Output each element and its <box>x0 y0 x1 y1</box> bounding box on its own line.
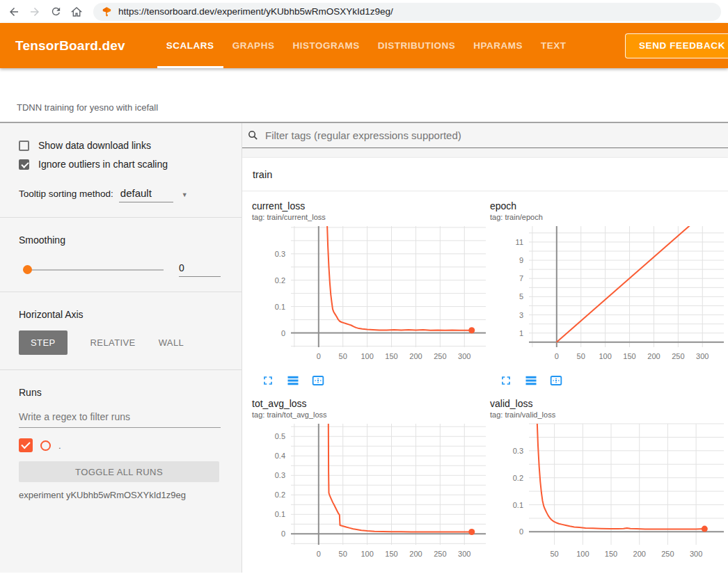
smoothing-label: Smoothing <box>19 234 221 246</box>
settings-sidebar: Show data download links Ignore outliers… <box>0 123 242 573</box>
chart-plot-valid_loss[interactable]: 5010015020025030000.10.20.3 <box>490 422 727 567</box>
chart-tag: tag: train/valid_loss <box>490 410 727 419</box>
tab-scalars[interactable]: SCALARS <box>157 23 223 68</box>
svg-text:0: 0 <box>317 550 321 558</box>
fit-domain-icon[interactable] <box>548 373 564 388</box>
tab-hparams[interactable]: HPARAMS <box>464 23 532 68</box>
tag-group-card: train current_losstag: train/current_los… <box>242 158 728 573</box>
fit-domain-icon[interactable] <box>310 571 326 573</box>
fullscreen-icon[interactable] <box>498 373 514 388</box>
experiment-id-label: experiment yKUbhb5wRmOSXYkId1z9eg <box>19 490 221 500</box>
reload-icon[interactable] <box>46 2 65 22</box>
home-icon[interactable] <box>67 2 86 22</box>
filter-tags-input[interactable]: Filter tags (regular expressions support… <box>265 129 461 141</box>
svg-text:11: 11 <box>516 238 523 246</box>
chart-actions <box>260 571 489 573</box>
tag-group-header[interactable]: train <box>242 158 728 191</box>
fullscreen-icon[interactable] <box>498 571 514 573</box>
search-icon <box>247 129 259 141</box>
run-selector-icon[interactable] <box>285 373 301 388</box>
fit-domain-icon[interactable] <box>310 373 326 388</box>
chart-plot-current_loss[interactable]: 05010015020025030000.10.20.3 <box>252 225 489 369</box>
smoothing-value-input[interactable]: 0 <box>179 262 221 277</box>
svg-text:50: 50 <box>339 550 347 558</box>
dashboard-main: Filter tags (regular expressions support… <box>242 123 728 573</box>
axis-relative-button[interactable]: RELATIVE <box>90 337 136 348</box>
chart-title: tot_avg_loss <box>252 398 489 409</box>
tooltip-sorting-row: Tooltip sorting method: default ▼ <box>19 187 221 202</box>
ignore-outliers-label: Ignore outliers in chart scaling <box>38 159 168 170</box>
back-icon[interactable] <box>4 2 24 22</box>
svg-text:150: 150 <box>385 352 397 360</box>
smoothing-section: Smoothing 0 <box>0 218 242 292</box>
svg-text:0.3: 0.3 <box>513 447 523 455</box>
tab-text[interactable]: TEXT <box>532 23 576 68</box>
show-download-links-checkbox[interactable] <box>19 141 29 151</box>
chart-plot-tot_avg_loss[interactable]: 05010015020025030000.10.20.30.40.5 <box>252 422 489 567</box>
filter-tags-row: Filter tags (regular expressions support… <box>242 123 728 148</box>
chart-card-valid_loss: valid_losstag: train/valid_loss501001502… <box>490 398 727 573</box>
tooltip-sorting-select[interactable]: default <box>119 187 173 202</box>
chevron-down-icon: ▼ <box>182 191 188 198</box>
chart-plot-epoch[interactable]: 0501001502002503001357911 <box>490 225 727 369</box>
run-color-swatch[interactable] <box>40 440 51 451</box>
chart-actions <box>498 373 727 388</box>
fullscreen-icon[interactable] <box>260 373 276 388</box>
smoothing-slider-handle[interactable] <box>23 265 32 274</box>
runs-label: Runs <box>19 387 221 398</box>
run-row: . <box>19 438 221 452</box>
run-name: . <box>58 440 61 451</box>
tab-graphs[interactable]: GRAPHS <box>223 23 284 68</box>
smoothing-slider[interactable] <box>23 269 164 271</box>
axis-step-button[interactable]: STEP <box>19 330 68 355</box>
svg-text:0: 0 <box>317 352 321 360</box>
experiment-description: TDNN training for yesno with icefall <box>17 102 158 113</box>
svg-text:0.4: 0.4 <box>275 452 285 460</box>
ignore-outliers-row[interactable]: Ignore outliers in chart scaling <box>19 159 221 170</box>
chart-tag: tag: train/epoch <box>490 213 727 221</box>
svg-text:250: 250 <box>661 550 674 558</box>
chart-actions <box>260 373 489 388</box>
run-checkbox[interactable] <box>19 438 33 452</box>
svg-text:200: 200 <box>409 352 422 360</box>
svg-text:50: 50 <box>551 550 559 558</box>
svg-text:300: 300 <box>458 550 470 558</box>
toggle-all-runs-button[interactable]: TOGGLE ALL RUNS <box>19 461 219 482</box>
svg-text:0: 0 <box>519 527 523 536</box>
run-selector-icon[interactable] <box>523 373 539 388</box>
chart-title: current_loss <box>252 200 489 212</box>
svg-text:250: 250 <box>434 352 446 360</box>
svg-text:50: 50 <box>339 352 347 360</box>
axis-wall-button[interactable]: WALL <box>159 337 184 348</box>
horizontal-axis-label: Horizontal Axis <box>19 309 221 320</box>
app-header: TensorBoard.dev SCALARSGRAPHSHISTOGRAMSD… <box>0 23 728 68</box>
fit-domain-icon[interactable] <box>548 571 564 573</box>
svg-text:0.3: 0.3 <box>275 250 285 258</box>
nav-tabs: SCALARSGRAPHSHISTOGRAMSDISTRIBUTIONSHPAR… <box>157 23 576 68</box>
tab-histograms[interactable]: HISTOGRAMS <box>283 23 368 68</box>
svg-text:300: 300 <box>696 352 709 360</box>
run-selector-icon[interactable] <box>523 571 539 573</box>
svg-text:200: 200 <box>409 550 422 558</box>
svg-text:0: 0 <box>281 529 285 538</box>
url-bar[interactable]: https://tensorboard.dev/experiment/yKUbh… <box>93 3 721 21</box>
svg-text:100: 100 <box>361 550 373 558</box>
chart-actions <box>498 571 727 573</box>
svg-text:100: 100 <box>576 550 589 558</box>
send-feedback-button[interactable]: SEND FEEDBACK <box>625 33 728 58</box>
charts-grid: current_losstag: train/current_loss05010… <box>242 191 728 573</box>
svg-text:0: 0 <box>281 329 285 337</box>
chart-title: epoch <box>490 200 727 212</box>
svg-text:50: 50 <box>577 352 585 360</box>
show-download-links-label: Show data download links <box>38 140 151 151</box>
svg-text:0.2: 0.2 <box>275 276 285 285</box>
ignore-outliers-checkbox[interactable] <box>19 159 29 170</box>
svg-text:0.1: 0.1 <box>513 501 523 509</box>
run-selector-icon[interactable] <box>285 571 301 573</box>
forward-icon[interactable] <box>25 2 45 22</box>
show-download-links-row[interactable]: Show data download links <box>19 140 221 151</box>
tab-distributions[interactable]: DISTRIBUTIONS <box>369 23 465 68</box>
runs-filter-input[interactable]: Write a regex to filter runs <box>19 411 221 428</box>
fullscreen-icon[interactable] <box>260 571 276 573</box>
svg-text:200: 200 <box>647 352 660 360</box>
